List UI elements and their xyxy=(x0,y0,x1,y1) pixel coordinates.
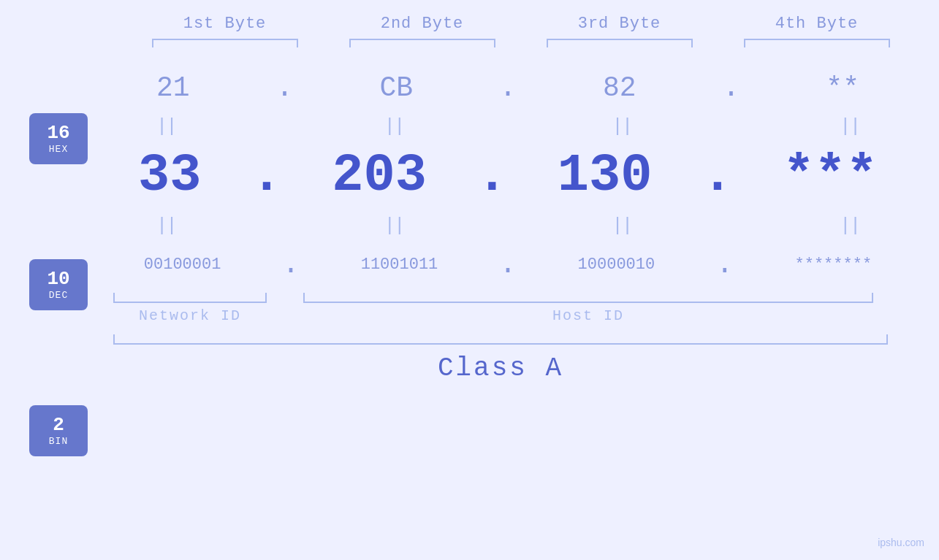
hex-val-3: 82 xyxy=(603,72,636,104)
main-container: 1st Byte 2nd Byte 3rd Byte 4th Byte 16 H… xyxy=(0,0,939,560)
dot-dec-3: . xyxy=(702,146,733,206)
dec-val-3: 130 xyxy=(558,146,653,206)
top-bracket-2 xyxy=(349,39,495,47)
big-bottom-bracket xyxy=(113,334,888,345)
eq1-1: || xyxy=(156,115,176,137)
host-bottom-bracket xyxy=(303,293,873,303)
byte1-header: 1st Byte xyxy=(141,15,309,33)
dot-dec-1: . xyxy=(251,146,282,206)
bin-val-1: 00100001 xyxy=(144,256,221,274)
eq1-3: || xyxy=(612,115,631,137)
eq2-2: || xyxy=(384,215,403,237)
bin-badge-num: 2 xyxy=(53,415,64,436)
eq1-4: || xyxy=(840,115,859,137)
dot-bin-3: . xyxy=(716,248,734,281)
dot-hex-3: . xyxy=(722,72,740,104)
dec-val-2: 203 xyxy=(332,146,427,206)
id-labels-row: Network ID Host ID xyxy=(106,307,895,324)
byte4-header: 4th Byte xyxy=(733,15,901,33)
hex-val-1: 21 xyxy=(156,72,190,104)
bin-val-2: 11001011 xyxy=(361,256,438,274)
eq2-3: || xyxy=(612,215,631,237)
equals-row-1: || || || || xyxy=(106,113,910,139)
bottom-brackets-row xyxy=(106,293,895,303)
hex-badge-label: HEX xyxy=(49,144,68,155)
network-bottom-bracket xyxy=(113,293,267,303)
network-id-label: Network ID xyxy=(113,307,267,324)
top-bracket-1 xyxy=(152,39,298,47)
badge-column: 16 HEX 10 DEC 2 BIN xyxy=(0,62,106,456)
equals-row-2: || || || || xyxy=(106,212,910,239)
eq2-4: || xyxy=(840,215,859,237)
bin-row: 00100001 . 11001011 . 10000010 . *******… xyxy=(106,239,910,290)
hex-row: 21 . CB . 82 . ** xyxy=(106,62,910,113)
dot-dec-2: . xyxy=(476,146,508,206)
watermark: ipshu.com xyxy=(878,537,924,548)
top-bracket-3 xyxy=(547,39,693,47)
byte3-header: 3rd Byte xyxy=(536,15,704,33)
values-area: 21 . CB . 82 . ** || || || || 33 xyxy=(106,62,910,383)
eq1-2: || xyxy=(384,115,403,137)
dec-val-1: 33 xyxy=(138,146,201,206)
bin-badge: 2 BIN xyxy=(29,405,88,456)
dec-val-4: *** xyxy=(783,146,878,206)
hex-badge-num: 16 xyxy=(47,123,69,144)
eq2-1: || xyxy=(156,215,176,237)
dec-row: 33 . 203 . 130 . *** xyxy=(106,139,910,212)
bin-val-4: ******** xyxy=(794,256,872,274)
dec-badge-num: 10 xyxy=(47,269,69,290)
hex-badge: 16 HEX xyxy=(29,113,88,164)
dec-badge: 10 DEC xyxy=(29,259,88,310)
dot-bin-1: . xyxy=(282,248,300,281)
dec-badge-label: DEC xyxy=(49,290,68,301)
hex-val-4: ** xyxy=(826,72,859,104)
byte-headers-row: 1st Byte 2nd Byte 3rd Byte 4th Byte xyxy=(126,15,916,33)
host-id-label: Host ID xyxy=(303,307,873,324)
dot-bin-2: . xyxy=(499,248,517,281)
hex-val-2: CB xyxy=(379,72,413,104)
dot-hex-1: . xyxy=(275,72,293,104)
class-label: Class A xyxy=(113,353,888,383)
byte2-header: 2nd Byte xyxy=(338,15,506,33)
top-bracket-4 xyxy=(744,39,890,47)
top-brackets xyxy=(126,39,916,47)
bin-badge-label: BIN xyxy=(49,436,68,447)
dot-hex-2: . xyxy=(499,72,517,104)
bin-val-3: 10000010 xyxy=(578,256,655,274)
content-area: 16 HEX 10 DEC 2 BIN 21 . CB . 82 . ** xyxy=(0,62,939,456)
